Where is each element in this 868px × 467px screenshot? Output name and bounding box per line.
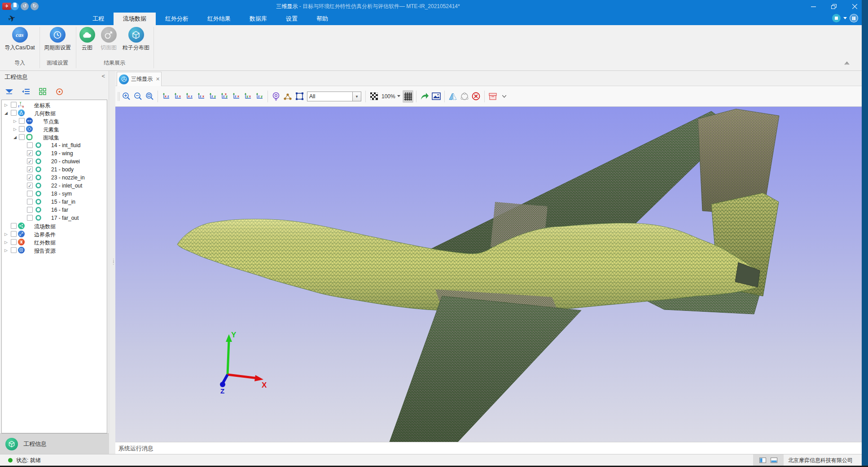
tree-checkbox[interactable]	[11, 102, 17, 108]
panel-splitter[interactable]: ⋮⋮	[109, 71, 115, 454]
tree-row-13[interactable]: 16 - far	[2, 206, 107, 214]
view-orientation-button-8[interactable]: yx	[242, 90, 253, 103]
view-orientation-button-9[interactable]: zy	[254, 90, 265, 103]
probe-button[interactable]	[271, 90, 281, 103]
smooth-mesh-button[interactable]	[459, 90, 470, 103]
toolbar-drag-handle[interactable]	[118, 92, 120, 101]
locate-target-button[interactable]	[54, 87, 64, 96]
tree-row-7[interactable]: ✓20 - chuiwei	[2, 157, 107, 166]
tree-checkbox[interactable]	[27, 199, 33, 205]
tree-row-12[interactable]: 15 - far_in	[2, 198, 107, 206]
tab-close-icon[interactable]: ✕	[156, 76, 160, 82]
expand-toggle-icon[interactable]: ▷	[13, 126, 17, 132]
layout-bottom-panel-icon[interactable]	[771, 458, 777, 463]
tree-checkbox[interactable]	[19, 126, 25, 132]
tree-checkbox[interactable]	[19, 118, 25, 124]
ribbon-button-4[interactable]: 粒子分布图	[115, 26, 157, 52]
menu-tab-4[interactable]: 数据库	[240, 13, 276, 25]
snapshot-button[interactable]	[431, 90, 442, 103]
menu-tab-3[interactable]: 红外结果	[198, 13, 240, 25]
more-options-button[interactable]	[499, 90, 510, 103]
tree-row-11[interactable]: 18 - sym	[2, 190, 107, 198]
tree-checkbox[interactable]	[27, 215, 33, 221]
zoom-out-button[interactable]	[132, 90, 143, 103]
zoom-fit-button[interactable]	[144, 90, 155, 103]
menu-tab-5[interactable]: 设置	[276, 13, 307, 25]
collapse-toggle-icon[interactable]: ◢	[13, 134, 17, 140]
grid-view-button[interactable]	[38, 87, 48, 96]
tree-checkbox[interactable]	[11, 223, 17, 229]
panel-collapse-button[interactable]: <	[101, 73, 105, 79]
tree-checkbox[interactable]	[11, 239, 17, 245]
tree-row-1[interactable]: ◢几何数据	[2, 109, 107, 117]
grid-toggle-button-active[interactable]	[403, 90, 413, 103]
view-orientation-button-5[interactable]: zy	[207, 90, 218, 103]
menu-tab-0[interactable]: 工程	[83, 13, 114, 25]
view-orientation-button-3[interactable]: xz	[184, 90, 195, 103]
tree-row-3[interactable]: ▷元素集	[2, 125, 107, 133]
tree-row-5[interactable]: 14 - int_fluid	[2, 141, 107, 149]
expand-toggle-icon[interactable]: ▷	[13, 118, 17, 124]
tree-checkbox[interactable]	[27, 207, 33, 213]
undo-button[interactable]: ↺	[21, 2, 29, 10]
media-style-button[interactable]	[832, 14, 841, 22]
chevron-down-icon[interactable]	[843, 17, 847, 20]
tree-row-14[interactable]: 17 - far_out	[2, 214, 107, 222]
tree-checkbox-checked[interactable]: ✓	[27, 175, 33, 180]
help-book-button[interactable]	[850, 14, 858, 22]
selection-box-button[interactable]	[294, 90, 305, 103]
expand-toggle-icon[interactable]: ▷	[4, 247, 8, 253]
clear-view-button[interactable]	[471, 90, 482, 103]
tree-row-15[interactable]: 流场数据	[2, 222, 107, 230]
tree-row-17[interactable]: ▷红外数据	[2, 238, 107, 246]
mirror-button[interactable]	[447, 90, 458, 103]
collapse-ribbon-button[interactable]	[843, 60, 853, 68]
tree-checkbox-checked[interactable]: ✓	[27, 150, 33, 156]
tree-row-8[interactable]: ✓21 - body	[2, 166, 107, 174]
view-orientation-button-7[interactable]: zx	[231, 90, 241, 103]
tree-row-10[interactable]: ✓22 - inlet_out	[2, 182, 107, 190]
archive-box-button[interactable]	[487, 90, 498, 103]
menu-tab-2[interactable]: 红外分析	[156, 13, 198, 25]
expand-toggle-icon[interactable]: ▷	[4, 231, 8, 237]
view-orientation-button-4[interactable]: zx	[196, 90, 206, 103]
display-filter-dropdown-button[interactable]: ▼	[353, 92, 361, 101]
tree-checkbox[interactable]	[27, 191, 33, 196]
new-document-button[interactable]	[11, 2, 19, 10]
tree-checkbox-checked[interactable]: ✓	[27, 183, 33, 188]
transparency-button[interactable]	[368, 90, 379, 103]
ribbon-button-0[interactable]: cas导入Cas/Dat	[0, 26, 40, 52]
zoom-level-select[interactable]: 100%	[381, 93, 400, 100]
expand-toggle-icon[interactable]: ▷	[4, 239, 8, 245]
view-orientation-button-6[interactable]: zyx	[219, 90, 230, 103]
layout-left-panel-icon[interactable]	[759, 458, 766, 463]
tree-row-6[interactable]: ✓19 - wing	[2, 149, 107, 157]
tab-3d-display[interactable]: 三维显示 ✕	[117, 72, 162, 86]
tree-row-4[interactable]: ◢面域集	[2, 133, 107, 141]
redo-button[interactable]: ↻	[31, 2, 39, 10]
tree-row-9[interactable]: ✓23 - nozzle_in	[2, 174, 107, 182]
tree-checkbox[interactable]	[27, 142, 33, 148]
view-orientation-button-2[interactable]: zx	[172, 90, 183, 103]
export-share-button[interactable]	[419, 90, 430, 103]
view-orientation-button-1[interactable]: xz	[161, 90, 171, 103]
menu-tab-6[interactable]: 帮助	[307, 13, 338, 25]
tree-checkbox[interactable]	[11, 231, 17, 237]
filter-button[interactable]	[4, 87, 14, 96]
expand-toggle-icon[interactable]: ▷	[4, 102, 8, 108]
tree-checkbox-checked[interactable]: ✓	[27, 158, 33, 164]
app-menu-button[interactable]: ✈	[2, 3, 11, 10]
tree-checkbox[interactable]	[11, 247, 17, 253]
zoom-in-button[interactable]	[121, 90, 132, 103]
tree-row-16[interactable]: ▷边界条件	[2, 230, 107, 238]
tree-row-0[interactable]: ▷YZX坐标系	[2, 101, 107, 109]
outline-list-button[interactable]	[21, 87, 31, 96]
tree-row-18[interactable]: ▷报告资源	[2, 246, 107, 254]
display-filter-select[interactable]: All	[307, 92, 353, 101]
tree-row-2[interactable]: ▷节点集	[2, 117, 107, 125]
menu-tab-1[interactable]: 流场数据	[114, 13, 156, 25]
tree-checkbox[interactable]	[11, 110, 17, 116]
particle-trace-button[interactable]	[282, 90, 293, 103]
panel-bottom-bar[interactable]: 工程信息	[0, 433, 109, 454]
viewport-3d[interactable]: Y X Z	[115, 107, 862, 442]
